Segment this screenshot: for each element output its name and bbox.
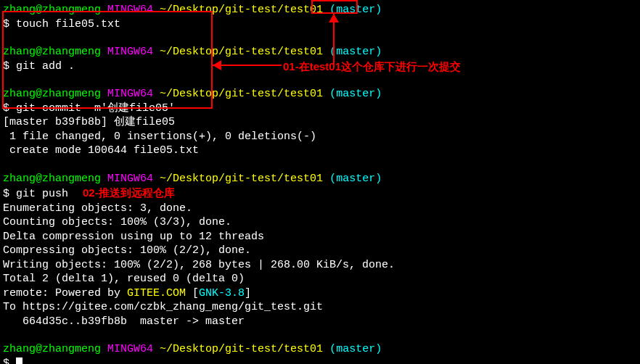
prompt-user: zhang@zhangmeng — [3, 173, 101, 185]
prompt-user: zhang@zhangmeng — [3, 343, 101, 355]
output-line: Enumerating objects: 3, done. — [3, 202, 637, 216]
prompt-user: zhang@zhangmeng — [3, 4, 101, 16]
prompt-user: zhang@zhangmeng — [3, 46, 101, 58]
blank-line — [3, 73, 637, 87]
prompt-branch: (master) — [329, 88, 382, 100]
command-line: $ git commit -m'创建file05' — [3, 102, 637, 116]
prompt-branch: (master) — [329, 46, 382, 58]
prompt-line: zhang@zhangmeng MINGW64 ~/Desktop/git-te… — [3, 3, 637, 17]
prompt-path: ~/Desktop/git-test/test01 — [160, 4, 323, 16]
command-text: touch file05.txt — [16, 18, 120, 30]
command-text: git commit -m'创建file05' — [16, 102, 175, 115]
prompt-path: ~/Desktop/git-test/test01 — [160, 88, 323, 100]
output-line: create mode 100644 file05.txt — [3, 144, 637, 158]
command-text: git push — [16, 188, 68, 200]
annotation-text-01: 01-在test01这个仓库下进行一次提交 — [283, 59, 461, 74]
command-line: $ git add .01-在test01这个仓库下进行一次提交 — [3, 59, 637, 74]
command-line: $ touch file05.txt — [3, 17, 637, 32]
prompt-path: ~/Desktop/git-test/test01 — [160, 343, 323, 355]
prompt-line: zhang@zhangmeng MINGW64 ~/Desktop/git-te… — [3, 87, 637, 102]
output-line: To https://gitee.com/czbk_zhang_meng/git… — [3, 300, 637, 315]
prompt-branch: (master) — [329, 4, 382, 16]
gitee-link: GITEE.COM — [127, 287, 186, 299]
output-line: Compressing objects: 100% (2/2), done. — [3, 244, 637, 258]
prompt-env: MINGW64 — [107, 88, 153, 100]
prompt-line: zhang@zhangmeng MINGW64 ~/Desktop/git-te… — [3, 342, 637, 357]
output-line: Writing objects: 100% (2/2), 268 bytes |… — [3, 258, 637, 273]
blank-line — [3, 31, 637, 45]
prompt-env: MINGW64 — [107, 46, 153, 58]
output-line: Counting objects: 100% (3/3), done. — [3, 215, 637, 230]
prompt-branch: (master) — [329, 343, 382, 355]
prompt-path: ~/Desktop/git-test/test01 — [160, 46, 323, 58]
output-line: remote: Powered by GITEE.COM [GNK-3.8] — [3, 286, 637, 301]
blank-line — [3, 328, 637, 342]
output-line: 1 file changed, 0 insertions(+), 0 delet… — [3, 130, 637, 144]
annotation-text-02: 02-推送到远程仓库 — [83, 186, 175, 199]
command-line: $ git push02-推送到远程仓库 — [3, 186, 637, 202]
output-line: Delta compression using up to 12 threads — [3, 230, 637, 244]
blank-line — [3, 158, 637, 172]
prompt-env: MINGW64 — [107, 4, 153, 16]
prompt-env: MINGW64 — [107, 173, 153, 185]
command-line-active[interactable]: $ — [3, 357, 637, 365]
prompt-env: MINGW64 — [107, 343, 153, 355]
command-text: git add . — [16, 60, 75, 73]
prompt-line: zhang@zhangmeng MINGW64 ~/Desktop/git-te… — [3, 172, 637, 186]
gnk-version: GNK-3.8 — [199, 287, 245, 299]
output-line: 664d35c..b39fb8b master -> master — [3, 315, 637, 329]
prompt-path: ~/Desktop/git-test/test01 — [160, 173, 323, 185]
prompt-line: zhang@zhangmeng MINGW64 ~/Desktop/git-te… — [3, 45, 637, 59]
prompt-user: zhang@zhangmeng — [3, 88, 101, 100]
output-line: Total 2 (delta 1), reused 0 (delta 0) — [3, 272, 637, 286]
cursor — [16, 357, 22, 365]
output-line: [master b39fb8b] 创建file05 — [3, 115, 637, 130]
terminal-content[interactable]: zhang@zhangmeng MINGW64 ~/Desktop/git-te… — [3, 3, 637, 364]
prompt-branch: (master) — [329, 173, 382, 185]
